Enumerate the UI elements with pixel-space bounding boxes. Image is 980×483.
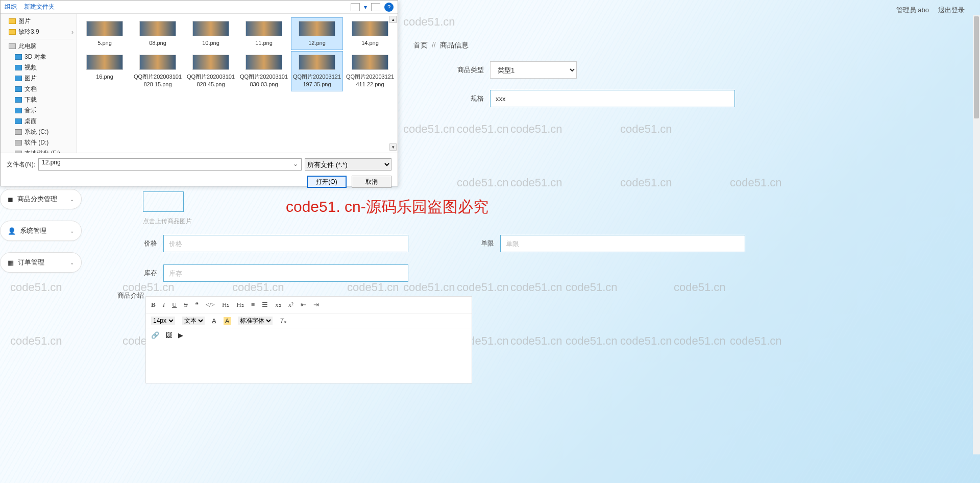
folder-icon	[15, 151, 22, 153]
editor-toolbar-3: 🔗 🖼 ▶	[146, 328, 472, 342]
file-name: QQ图片202003101828 45.png	[186, 73, 235, 88]
filename-input[interactable]: 12.png	[38, 158, 302, 171]
tree-item-label: 图片	[18, 17, 31, 26]
file-pane: ▴ ▾ 5.png08.png10.png11.png12.png14.png1…	[77, 14, 398, 153]
h2-icon[interactable]: H₂	[236, 301, 243, 309]
bg-color-icon[interactable]: A	[224, 317, 231, 325]
tree-item-label: 视频	[24, 63, 37, 72]
view-mode-button[interactable]	[351, 3, 360, 11]
breadcrumb-home[interactable]: 首页	[413, 41, 428, 49]
tree-item[interactable]: 系统 (C:)	[4, 127, 74, 137]
stock-input[interactable]	[163, 264, 408, 282]
file-item[interactable]: 5.png	[79, 18, 130, 50]
tree-item[interactable]: 音乐	[4, 105, 74, 116]
help-icon[interactable]: ?	[384, 3, 394, 12]
open-button[interactable]: 打开(O)	[307, 176, 347, 188]
file-name: 12.png	[292, 39, 341, 46]
upload-hint: 点击上传商品图片	[143, 217, 192, 226]
sidebar-item-order[interactable]: ▦ 订单管理 ⌄	[0, 252, 82, 273]
sub-icon[interactable]: x₂	[275, 301, 281, 309]
ul-icon[interactable]: ☰	[262, 301, 268, 309]
italic-icon[interactable]: I	[163, 301, 165, 309]
image-icon[interactable]: 🖼	[165, 331, 172, 339]
user-label[interactable]: 管理员 abo	[896, 6, 929, 15]
sup-icon[interactable]: x²	[288, 301, 293, 309]
h1-icon[interactable]: H₁	[222, 301, 229, 309]
tree-item[interactable]: 桌面	[4, 116, 74, 127]
font-family-select[interactable]: 标准字体	[238, 317, 273, 325]
preview-pane-button[interactable]	[371, 3, 380, 11]
editor-toolbar: B I U S ❝ </> H₁ H₂ ≡ ☰ x₂ x² ⇤ ⇥	[146, 297, 472, 313]
file-item[interactable]: 14.png	[345, 18, 396, 50]
upload-box[interactable]	[143, 191, 184, 212]
indent-icon[interactable]: ⇤	[301, 301, 306, 309]
file-thumbnail	[352, 55, 388, 70]
tree-item[interactable]: 软件 (D:)	[4, 137, 74, 148]
clear-format-icon[interactable]: Tₓ	[280, 317, 287, 325]
tree-item[interactable]: 图片	[4, 16, 74, 27]
view-dropdown-icon[interactable]: ▾	[364, 4, 367, 11]
grid-icon: ▦	[8, 259, 14, 267]
video-icon[interactable]: ▶	[178, 331, 183, 339]
file-thumbnail	[246, 55, 282, 70]
price-input[interactable]	[163, 235, 408, 252]
sidebar-item-system[interactable]: 👤 系统管理 ⌄	[0, 221, 82, 241]
logout-link[interactable]: 退出登录	[938, 6, 965, 15]
limit-input[interactable]	[500, 235, 745, 252]
font-size-select[interactable]: 14px	[151, 317, 175, 325]
folder-icon	[15, 76, 22, 81]
file-item[interactable]: QQ图片202003101828 45.png	[185, 52, 236, 91]
quote-icon[interactable]: ❝	[195, 301, 199, 309]
stock-label: 库存	[117, 269, 163, 278]
file-name: 11.png	[239, 39, 288, 46]
font-color-icon[interactable]: A	[212, 317, 216, 325]
code-icon[interactable]: </>	[206, 301, 215, 309]
new-folder-button[interactable]: 新建文件夹	[24, 3, 55, 11]
file-item[interactable]: QQ图片202003121411 22.png	[345, 52, 396, 91]
type-select[interactable]: 类型1	[490, 61, 577, 79]
tree-item[interactable]: 视频	[4, 62, 74, 73]
tree-item[interactable]: 敏玲3.9 ›	[4, 27, 74, 37]
sidebar-item-label: 订单管理	[18, 258, 44, 267]
file-item[interactable]: QQ图片202003101830 03.png	[238, 52, 289, 91]
cancel-button[interactable]: 取消	[352, 176, 391, 188]
editor-body[interactable]	[146, 342, 472, 383]
tree-item[interactable]: 文档	[4, 84, 74, 94]
ol-icon[interactable]: ≡	[251, 301, 255, 309]
tree-item[interactable]: 此电脑	[4, 41, 74, 52]
link-icon[interactable]: 🔗	[151, 331, 159, 339]
file-thumbnail	[139, 21, 176, 36]
folder-icon	[15, 54, 22, 60]
file-item[interactable]: 10.png	[185, 18, 236, 50]
tree-item-label: 下载	[24, 95, 37, 104]
file-item[interactable]: 16.png	[79, 52, 130, 91]
folder-icon	[15, 140, 22, 146]
file-thumbnail	[86, 21, 123, 36]
strike-icon[interactable]: S	[184, 301, 187, 309]
file-item[interactable]: 12.png	[291, 18, 342, 50]
tree-item[interactable]: 图片	[4, 73, 74, 84]
underline-icon[interactable]: U	[172, 301, 177, 309]
spec-input[interactable]	[490, 90, 735, 107]
folder-icon	[9, 29, 16, 35]
bold-icon[interactable]: B	[151, 301, 156, 309]
tree-item[interactable]: 本地磁盘 (F:)	[4, 148, 74, 153]
scroll-down-icon[interactable]: ▾	[389, 143, 397, 151]
file-name: 10.png	[186, 39, 235, 46]
sidebar: ◼ 商品分类管理 ⌄ 👤 系统管理 ⌄ ▦ 订单管理 ⌄	[0, 189, 82, 284]
scroll-up-icon[interactable]: ▴	[389, 16, 397, 23]
file-item[interactable]: 11.png	[238, 18, 289, 50]
file-item[interactable]: 08.png	[132, 18, 183, 50]
center-watermark: code51. cn-源码乐园盗图必究	[286, 197, 488, 218]
organize-menu[interactable]: 组织	[5, 3, 17, 11]
folder-icon	[15, 118, 22, 124]
outdent-icon[interactable]: ⇥	[313, 301, 319, 309]
folder-icon	[15, 129, 22, 135]
tree-item[interactable]: 下载	[4, 94, 74, 105]
file-item[interactable]: QQ图片202003101828 15.png	[132, 52, 183, 91]
page-scrollbar[interactable]	[973, 15, 980, 454]
file-item[interactable]: QQ图片202003121197 35.png	[291, 52, 342, 91]
file-filter-select[interactable]: 所有文件 (*.*)	[305, 158, 391, 171]
tree-item[interactable]: 3D 对象	[4, 52, 74, 62]
font-type-select[interactable]: 文本	[182, 317, 205, 325]
